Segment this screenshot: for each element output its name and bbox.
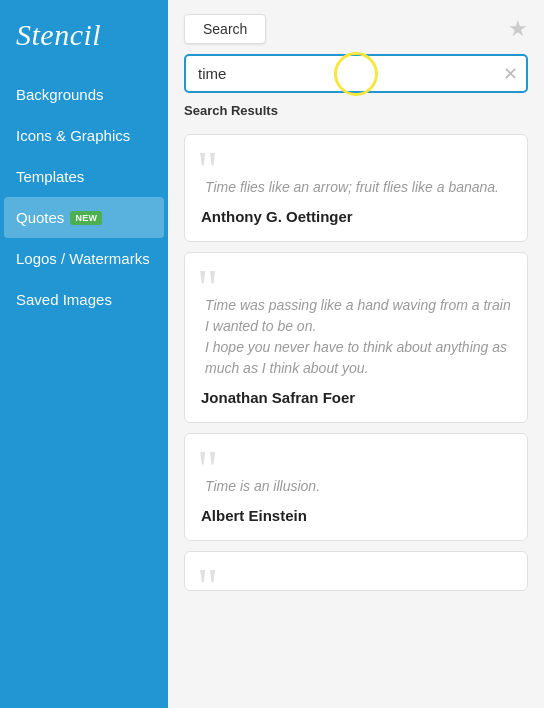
quote-card: " Time was passing like a hand waving fr… xyxy=(184,252,528,423)
search-bar-container: ✕ xyxy=(184,54,528,93)
sidebar-nav: Backgrounds Icons & Graphics Templates Q… xyxy=(0,74,168,320)
quote-author: Jonathan Safran Foer xyxy=(201,389,511,406)
sidebar-item-label: Quotes xyxy=(16,209,64,226)
favorites-star-icon[interactable]: ★ xyxy=(508,16,528,42)
quote-card: " Time flies like an arrow; fruit flies … xyxy=(184,134,528,242)
search-results: " Time flies like an arrow; fruit flies … xyxy=(168,134,544,708)
search-bar-wrapper: ✕ xyxy=(184,54,528,93)
quote-text: Time was passing like a hand waving from… xyxy=(201,271,511,379)
clear-icon[interactable]: ✕ xyxy=(503,63,518,85)
quote-mark-icon: " xyxy=(197,263,218,315)
sidebar: Stencil Backgrounds Icons & Graphics Tem… xyxy=(0,0,168,708)
sidebar-item-templates[interactable]: Templates xyxy=(0,156,168,197)
quote-card: " Time is an illusion. Albert Einstein xyxy=(184,433,528,541)
new-badge: NEW xyxy=(70,211,102,225)
sidebar-item-icons-graphics[interactable]: Icons & Graphics xyxy=(0,115,168,156)
header-top: Search ★ xyxy=(184,14,528,44)
results-label: Search Results xyxy=(184,103,528,124)
quote-text: Time is an illusion. xyxy=(201,452,511,497)
main-content: Search ★ ✕ Search Results " Time flies l… xyxy=(168,0,544,708)
main-header: Search ★ ✕ Search Results xyxy=(168,0,544,134)
sidebar-item-label: Templates xyxy=(16,168,84,185)
sidebar-item-backgrounds[interactable]: Backgrounds xyxy=(0,74,168,115)
search-tab-button[interactable]: Search xyxy=(184,14,266,44)
quote-mark-icon: " xyxy=(197,444,218,496)
sidebar-item-quotes[interactable]: Quotes NEW xyxy=(4,197,164,238)
sidebar-item-label: Icons & Graphics xyxy=(16,127,130,144)
quote-text: Time flies like an arrow; fruit flies li… xyxy=(201,153,511,198)
sidebar-item-label: Saved Images xyxy=(16,291,112,308)
sidebar-item-label: Logos / Watermarks xyxy=(16,250,150,267)
search-input[interactable] xyxy=(184,54,528,93)
logo-text: Stencil xyxy=(16,18,101,51)
sidebar-item-logos-watermarks[interactable]: Logos / Watermarks xyxy=(0,238,168,279)
quote-card: " xyxy=(184,551,528,591)
sidebar-item-label: Backgrounds xyxy=(16,86,104,103)
sidebar-item-saved-images[interactable]: Saved Images xyxy=(0,279,168,320)
quote-author: Anthony G. Oettinger xyxy=(201,208,511,225)
app-logo: Stencil xyxy=(0,0,168,74)
quote-mark-icon: " xyxy=(197,562,218,591)
quote-mark-icon: " xyxy=(197,145,218,197)
quote-author: Albert Einstein xyxy=(201,507,511,524)
